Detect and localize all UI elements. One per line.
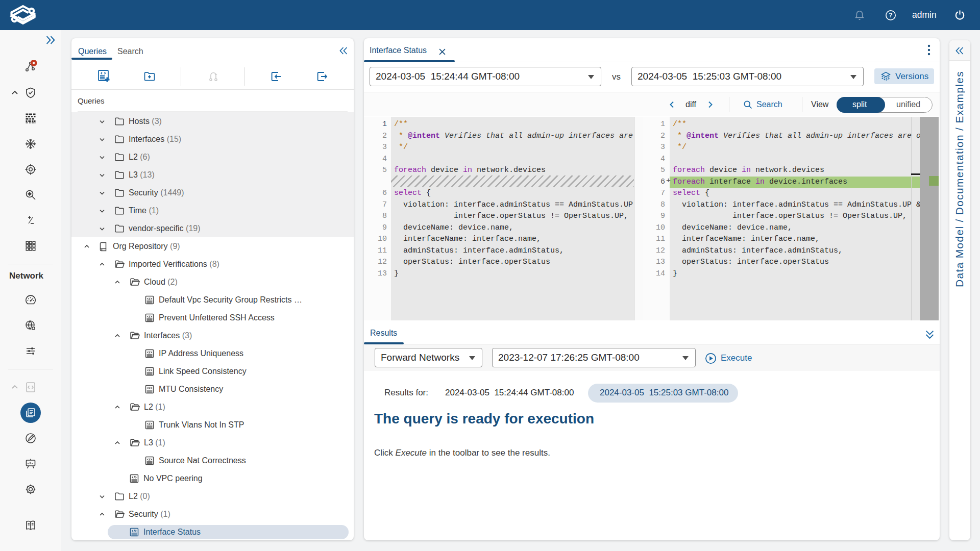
svg-text:?: ? (889, 12, 892, 19)
